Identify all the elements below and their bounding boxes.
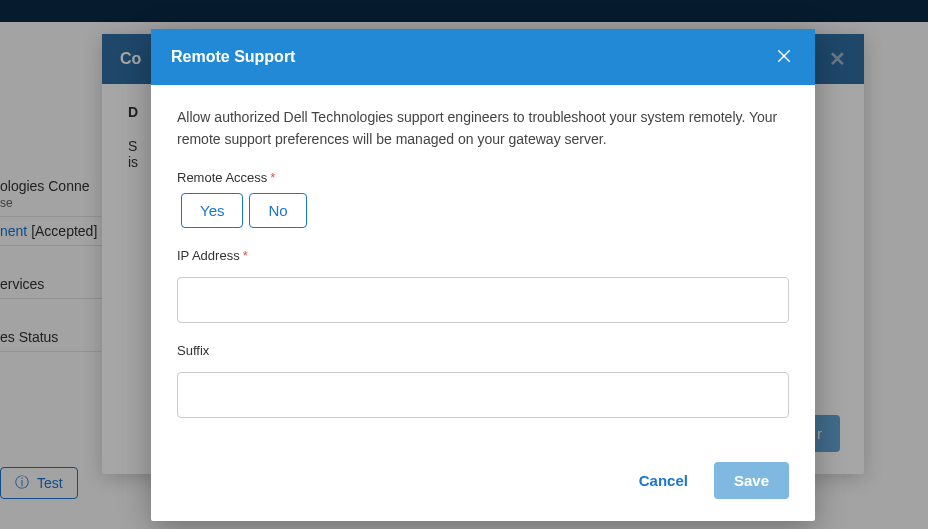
ip-address-input[interactable] [177,277,789,323]
remote-access-no-button[interactable]: No [249,193,306,228]
suffix-label: Suffix [177,343,789,358]
ip-address-label: IP Address* [177,248,789,263]
remote-support-modal: Remote Support Allow authorized Dell Tec… [151,29,815,521]
modal-header: Remote Support [151,29,815,85]
remote-access-label-text: Remote Access [177,170,267,185]
remote-access-yes-button[interactable]: Yes [181,193,243,228]
ip-address-label-text: IP Address [177,248,240,263]
modal-description: Allow authorized Dell Technologies suppo… [177,107,789,150]
cancel-button[interactable]: Cancel [639,472,688,489]
save-button[interactable]: Save [714,462,789,499]
required-asterisk: * [243,248,248,263]
remote-access-label: Remote Access* [177,170,789,185]
suffix-input[interactable] [177,372,789,418]
remote-access-toggle: Yes No [181,193,789,228]
ip-address-group: IP Address* [177,248,789,323]
suffix-group: Suffix [177,343,789,418]
modal-title: Remote Support [171,48,295,66]
modal-body: Allow authorized Dell Technologies suppo… [151,85,815,456]
required-asterisk: * [270,170,275,185]
close-button[interactable] [767,39,801,73]
modal-footer: Cancel Save [151,456,815,521]
close-icon [775,47,793,65]
